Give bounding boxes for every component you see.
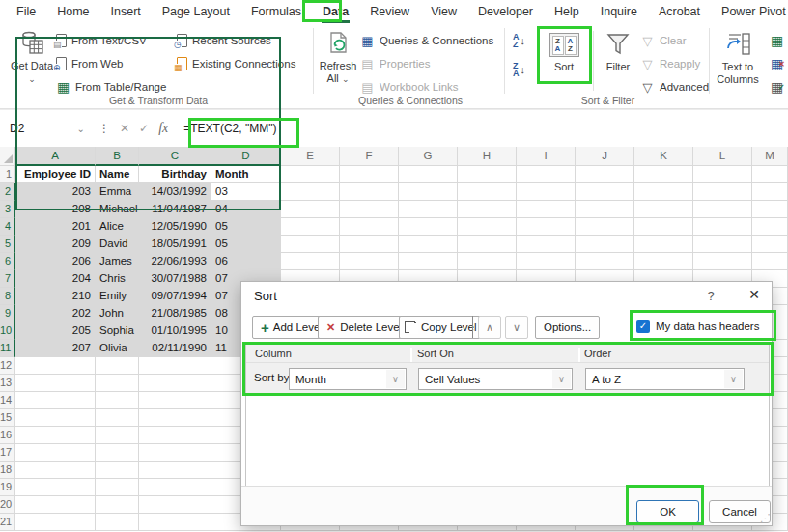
tab-home[interactable]: Home (46, 1, 99, 23)
move-up-button[interactable]: ∧ (478, 316, 501, 339)
cell-B2[interactable]: Emma (96, 183, 139, 201)
cell-C21[interactable] (139, 514, 211, 531)
row-header-11[interactable]: 11 (0, 340, 15, 357)
recent-sources-button[interactable]: ◷ Recent Sources (177, 31, 271, 50)
cell-C14[interactable] (139, 392, 211, 409)
row-header-8[interactable]: 8 (0, 288, 15, 305)
cell-A13[interactable] (15, 375, 96, 392)
sort-ascending-button[interactable]: AZ ↓ (513, 33, 525, 48)
cell-L3[interactable] (693, 201, 752, 218)
name-box[interactable]: D2 ⌄ (4, 117, 91, 140)
column-header-m[interactable]: M (752, 147, 788, 166)
cell-L6[interactable] (693, 253, 752, 270)
advanced-filter-button[interactable]: ▽ Advanced (640, 77, 709, 97)
cell-K4[interactable] (634, 218, 693, 236)
cell-B18[interactable] (96, 462, 139, 479)
cell-C16[interactable] (139, 427, 211, 444)
cell-B9[interactable]: John (96, 305, 139, 322)
filter-button[interactable]: Filter (597, 30, 639, 73)
tab-page-layout[interactable]: Page Layout (152, 1, 240, 23)
cell-B4[interactable]: Alice (96, 218, 139, 236)
sort-button[interactable]: ZA AZ Sort (541, 30, 587, 73)
cell-A21[interactable] (15, 514, 96, 531)
cell-I4[interactable] (517, 218, 576, 236)
tab-power-pivot[interactable]: Power Pivot (711, 1, 788, 23)
cell-I1[interactable] (517, 166, 576, 183)
tab-insert[interactable]: Insert (100, 1, 152, 23)
cell-K2[interactable] (634, 183, 693, 201)
row-header-20[interactable]: 20 (0, 496, 15, 514)
tab-developer[interactable]: Developer (467, 1, 544, 23)
insert-function-icon[interactable]: fx (158, 121, 168, 136)
column-header-a[interactable]: A (15, 147, 96, 166)
get-data-button[interactable]: Get Data ⌄ (10, 29, 54, 86)
cell-E6[interactable] (281, 253, 340, 270)
cell-A16[interactable] (15, 427, 96, 444)
tab-inquire[interactable]: Inquire (590, 1, 648, 23)
order-dropdown[interactable]: A to Z ∨ (585, 368, 745, 390)
cell-B20[interactable] (96, 496, 139, 514)
cell-A11[interactable]: 207 (15, 340, 96, 357)
row-header-21[interactable]: 21 (0, 514, 15, 531)
cell-C9[interactable]: 21/08/1985 (139, 305, 211, 322)
cell-B21[interactable] (96, 514, 139, 531)
cell-H1[interactable] (458, 166, 517, 183)
cell-K6[interactable] (634, 253, 693, 270)
formula-input[interactable]: =TEXT(C2, "MM") (183, 122, 276, 135)
cell-F3[interactable] (340, 201, 399, 218)
cell-C2[interactable]: 14/03/1992 (139, 183, 211, 201)
row-header-17[interactable]: 17 (0, 444, 15, 462)
cell-B19[interactable] (96, 479, 139, 496)
cell-M4[interactable] (752, 218, 788, 236)
cell-C17[interactable] (139, 444, 211, 462)
column-header-b[interactable]: B (96, 147, 139, 166)
row-header-15[interactable]: 15 (0, 409, 15, 427)
cell-B10[interactable]: Sophia (96, 322, 139, 340)
from-web-button[interactable]: ⊕ From Web (56, 54, 123, 73)
tab-data[interactable]: Data (312, 1, 359, 23)
flash-fill-icon[interactable]: ▦ (770, 31, 784, 50)
tab-formulas[interactable]: Formulas (240, 1, 312, 23)
remove-duplicates-icon[interactable]: ▦ ✕ (770, 54, 785, 73)
cell-C4[interactable]: 12/05/1990 (139, 218, 211, 236)
cell-B5[interactable]: David (96, 236, 139, 253)
close-icon[interactable]: ✕ (744, 287, 765, 302)
cell-G2[interactable] (399, 183, 458, 201)
cell-C8[interactable]: 09/07/1994 (139, 288, 211, 305)
row-header-1[interactable]: 1 (0, 166, 15, 183)
column-header-f[interactable]: F (340, 147, 399, 166)
cell-B12[interactable] (96, 357, 139, 375)
cell-J5[interactable] (576, 236, 634, 253)
cell-F2[interactable] (340, 183, 399, 201)
cell-C10[interactable]: 01/10/1995 (139, 322, 211, 340)
cell-H3[interactable] (458, 201, 517, 218)
row-header-18[interactable]: 18 (0, 462, 15, 479)
cell-B11[interactable]: Olivia (96, 340, 139, 357)
cell-H5[interactable] (458, 236, 517, 253)
cell-M2[interactable] (752, 183, 788, 201)
sort-descending-button[interactable]: ZA ↓ (513, 62, 525, 77)
cell-C12[interactable] (139, 357, 211, 375)
tab-file[interactable]: File (6, 1, 46, 23)
refresh-all-button[interactable]: Refresh All ⌄ (315, 29, 361, 86)
cell-H6[interactable] (458, 253, 517, 270)
row-header-7[interactable]: 7 (0, 270, 15, 288)
cell-A15[interactable] (15, 409, 96, 427)
cell-E1[interactable] (281, 166, 340, 183)
row-header-9[interactable]: 9 (0, 305, 15, 322)
cell-I2[interactable] (517, 183, 576, 201)
cell-A20[interactable] (15, 496, 96, 514)
cell-A7[interactable]: 204 (15, 270, 96, 288)
queries-connections-button[interactable]: ▦ Queries & Connections (360, 31, 493, 50)
cell-D6[interactable]: 06 (211, 253, 281, 270)
cell-A1[interactable]: Employee ID (15, 166, 96, 183)
cell-G1[interactable] (399, 166, 458, 183)
cell-I3[interactable] (517, 201, 576, 218)
cell-J3[interactable] (576, 201, 634, 218)
cell-B15[interactable] (96, 409, 139, 427)
cell-B6[interactable]: James (96, 253, 139, 270)
cell-M1[interactable] (752, 166, 788, 183)
existing-connections-button[interactable]: ▦ Existing Connections (177, 54, 296, 73)
row-header-16[interactable]: 16 (0, 427, 15, 444)
cell-B1[interactable]: Name (96, 166, 139, 183)
